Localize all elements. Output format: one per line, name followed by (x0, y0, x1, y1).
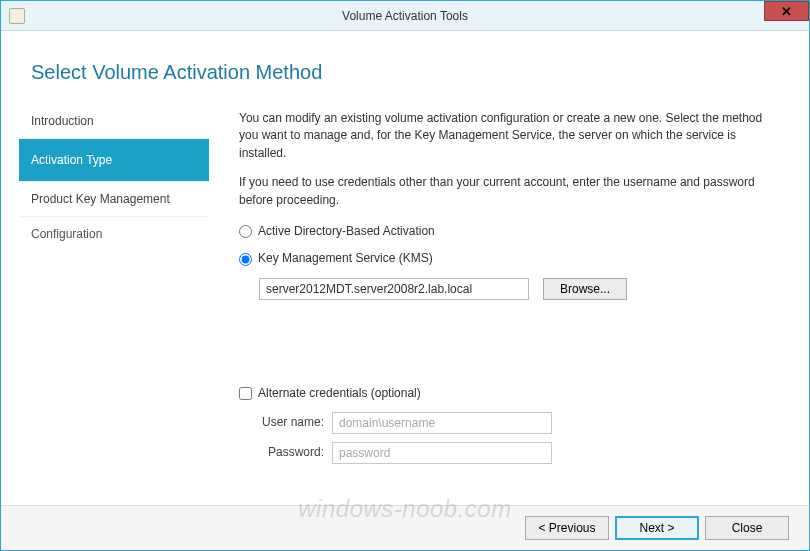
body-row: Introduction Activation Type Product Key… (1, 104, 809, 505)
username-field[interactable] (332, 412, 552, 434)
server-row: Browse... (259, 278, 779, 300)
page-title: Select Volume Activation Method (31, 61, 779, 84)
alt-credentials-block: Alternate credentials (optional) User na… (239, 385, 779, 464)
sidebar-item-configuration: Configuration (19, 217, 209, 251)
browse-button[interactable]: Browse... (543, 278, 627, 300)
close-icon[interactable]: ✕ (764, 1, 809, 21)
close-button[interactable]: Close (705, 516, 789, 540)
sidebar-item-activation-type[interactable]: Activation Type (19, 139, 209, 182)
password-label: Password: (239, 444, 324, 461)
intro-text-2: If you need to use credentials other tha… (239, 174, 779, 209)
password-field[interactable] (332, 442, 552, 464)
radio-kms-row[interactable]: Key Management Service (KMS) (239, 250, 779, 267)
activation-method-group: Active Directory-Based Activation Key Ma… (239, 223, 779, 300)
alt-credentials-checkbox[interactable] (239, 387, 252, 400)
previous-button[interactable]: < Previous (525, 516, 609, 540)
intro-text-1: You can modify an existing volume activa… (239, 110, 779, 162)
radio-adba-row[interactable]: Active Directory-Based Activation (239, 223, 779, 240)
radio-adba-label: Active Directory-Based Activation (258, 223, 435, 240)
sidebar-item-product-key-management[interactable]: Product Key Management (19, 182, 209, 217)
radio-adba[interactable] (239, 225, 252, 238)
radio-kms-label: Key Management Service (KMS) (258, 250, 433, 267)
content-area: Select Volume Activation Method Introduc… (1, 31, 809, 550)
alt-credentials-label: Alternate credentials (optional) (258, 385, 421, 402)
page-header: Select Volume Activation Method (1, 31, 809, 104)
main-panel: You can modify an existing volume activa… (209, 104, 809, 505)
app-icon (9, 8, 25, 24)
server-input[interactable] (259, 278, 529, 300)
window-title: Volume Activation Tools (342, 9, 468, 23)
footer: < Previous Next > Close (1, 505, 809, 550)
password-row: Password: (239, 442, 779, 464)
radio-kms[interactable] (239, 253, 252, 266)
username-row: User name: (239, 412, 779, 434)
sidebar-item-introduction[interactable]: Introduction (19, 104, 209, 139)
titlebar: Volume Activation Tools ✕ (1, 1, 809, 31)
username-label: User name: (239, 414, 324, 431)
sidebar: Introduction Activation Type Product Key… (19, 104, 209, 505)
next-button[interactable]: Next > (615, 516, 699, 540)
alt-credentials-row[interactable]: Alternate credentials (optional) (239, 385, 779, 402)
window-frame: Volume Activation Tools ✕ Select Volume … (0, 0, 810, 551)
